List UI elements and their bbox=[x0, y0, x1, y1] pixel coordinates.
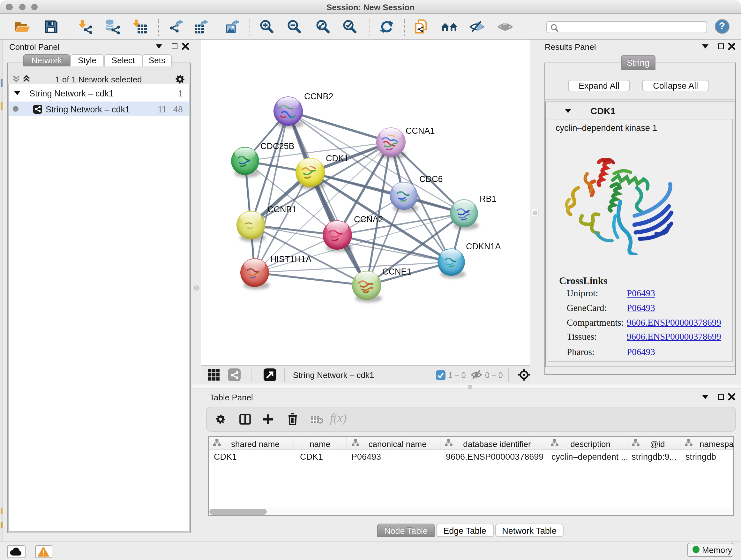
svg-text:CCNA2: CCNA2 bbox=[354, 214, 383, 224]
svg-text:CDKN1A: CDKN1A bbox=[466, 242, 501, 251]
svg-text:CCNB1: CCNB1 bbox=[267, 205, 297, 214]
svg-text:CCNA1: CCNA1 bbox=[406, 126, 435, 136]
svg-text:CDC6: CDC6 bbox=[419, 174, 443, 184]
svg-text:HIST1H1A: HIST1H1A bbox=[270, 254, 312, 264]
svg-text:RB1: RB1 bbox=[480, 194, 496, 204]
svg-text:CCNB2: CCNB2 bbox=[304, 91, 333, 101]
svg-text:CCNE1: CCNE1 bbox=[382, 267, 412, 276]
svg-text:CDC25B: CDC25B bbox=[260, 141, 294, 151]
svg-text:CDK1: CDK1 bbox=[326, 153, 349, 163]
